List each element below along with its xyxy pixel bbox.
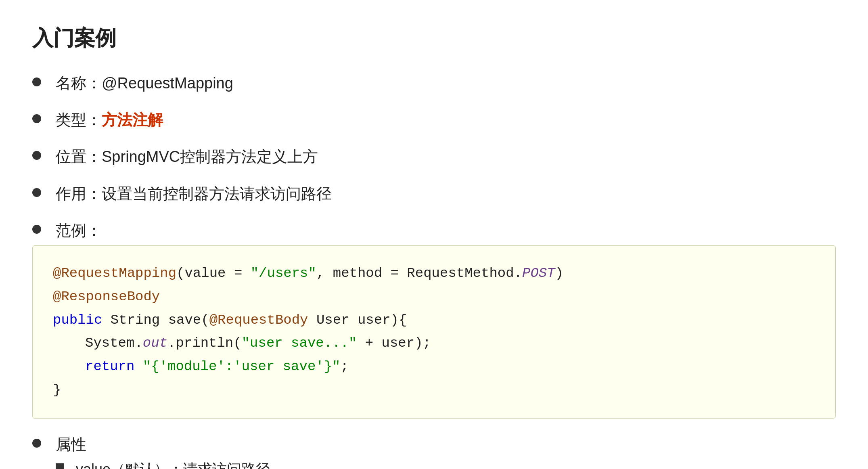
code-block: @RequestMapping(value = "/users", method… [32,245,836,419]
bullet-dot-properties [32,439,41,448]
bullet-dot-purpose [32,188,41,197]
sub-bullet-square-value [56,463,64,469]
sub-bullet-list: value（默认）：请求访问路径 method: http请求动作，标准动作（G… [56,459,483,469]
slide-container: 入门案例 名称：@RequestMapping 类型：方法注解 位置：Sprin… [0,0,868,469]
bullet-item-purpose: 作用：设置当前控制器方法请求访问路径 [32,183,836,205]
bullet-dot-type [32,114,41,123]
bullet-dot-example [32,225,41,234]
bullet-item-location: 位置：SpringMVC控制器方法定义上方 [32,146,836,168]
page-title: 入门案例 [32,24,836,52]
code-line-4: System.out.println("user save..." + user… [85,332,815,355]
bullet-text-name: 名称：@RequestMapping [56,73,836,94]
bullet-dot-location [32,151,41,160]
sub-bullet-value: value（默认）：请求访问路径 [56,459,483,469]
code-line-2: @ResponseBody [53,285,815,309]
bullet-item-example: 范例： @RequestMapping(value = "/users", me… [32,220,836,419]
bullet-text-properties: 属性 [56,434,86,455]
bullet-dot [32,77,41,86]
bullet-item-properties: 属性 value（默认）：请求访问路径 method: http请求动作，标准动… [32,434,836,469]
code-line-6: } [53,379,815,402]
bullet-item-name: 名称：@RequestMapping [32,73,836,94]
code-line-3: public String save(@RequestBody User use… [53,309,815,332]
code-line-5: return "{'module':'user save'}"; [85,355,815,379]
bullet-text-type: 类型：方法注解 [56,109,836,131]
bullet-list: 名称：@RequestMapping 类型：方法注解 位置：SpringMVC控… [32,73,836,469]
bullet-item-type: 类型：方法注解 [32,109,836,131]
bullet-text-purpose: 作用：设置当前控制器方法请求访问路径 [56,183,836,205]
bullet-text-example: 范例： [56,220,102,241]
code-line-1: @RequestMapping(value = "/users", method… [53,262,815,285]
bullet-text-location: 位置：SpringMVC控制器方法定义上方 [56,146,836,168]
